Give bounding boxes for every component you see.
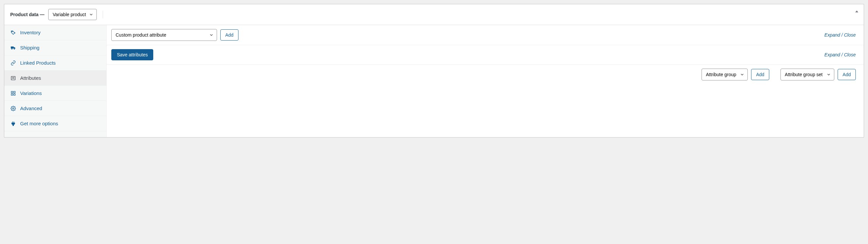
sidebar-item-shipping[interactable]: Shipping: [4, 40, 106, 56]
svg-point-12: [12, 108, 14, 109]
save-attributes-button[interactable]: Save attributes: [111, 49, 153, 60]
content-area: Custom product attribute Add Expand / Cl…: [107, 25, 864, 137]
attribute-type-select[interactable]: Custom product attribute: [111, 29, 217, 41]
sidebar-item-variations[interactable]: Variations: [4, 86, 106, 101]
plug-icon: [10, 121, 16, 126]
truck-icon: [10, 45, 16, 50]
sidebar-item-label: Attributes: [20, 75, 41, 81]
collapse-toggle-icon[interactable]: [855, 9, 859, 13]
sidebar-item-label: Get more options: [20, 121, 58, 126]
sidebar-item-label: Shipping: [20, 45, 39, 50]
expand-link[interactable]: Expand: [825, 52, 840, 57]
expand-close-links: Expand / Close: [825, 52, 856, 57]
svg-rect-8: [11, 91, 13, 93]
close-link[interactable]: Close: [844, 32, 856, 38]
sidebar-item-label: Advanced: [20, 106, 42, 111]
panel-header: Product data — Variable product: [4, 4, 864, 25]
svg-rect-10: [11, 94, 13, 95]
link-icon: [10, 60, 16, 66]
expand-link[interactable]: Expand: [825, 32, 840, 38]
divider: [103, 10, 103, 19]
add-attribute-button[interactable]: Add: [220, 29, 239, 41]
tag-icon: [10, 30, 16, 35]
svg-point-4: [14, 48, 15, 49]
svg-marker-0: [855, 10, 858, 12]
panel-title-sep: —: [39, 12, 44, 17]
gear-icon: [10, 106, 16, 111]
svg-rect-2: [11, 46, 14, 48]
svg-point-3: [11, 48, 12, 49]
svg-rect-11: [13, 94, 15, 95]
attribute-group-row: Attribute group Add Attribute group set: [107, 65, 864, 84]
add-group-set-button[interactable]: Add: [838, 69, 856, 80]
product-type-select[interactable]: Variable product: [48, 9, 97, 20]
grid-icon: [10, 91, 16, 96]
add-group-button[interactable]: Add: [751, 69, 769, 80]
attribute-select-row: Custom product attribute Add Expand / Cl…: [107, 25, 864, 45]
sidebar-item-get-more[interactable]: Get more options: [4, 116, 106, 131]
panel-title: Product data —: [10, 12, 44, 17]
sidebar-item-label: Linked Products: [20, 60, 56, 66]
sidebar-item-label: Variations: [20, 90, 42, 96]
sidebar-item-advanced[interactable]: Advanced: [4, 101, 106, 116]
close-link[interactable]: Close: [844, 52, 856, 57]
chevron-down-icon: [826, 72, 831, 77]
sidebar-item-inventory[interactable]: Inventory: [4, 25, 106, 40]
list-icon: [10, 75, 16, 81]
sidebar-item-linked-products[interactable]: Linked Products: [4, 56, 106, 71]
sidebar-item-label: Inventory: [20, 30, 41, 35]
chevron-down-icon: [740, 72, 744, 77]
panel-title-label: Product data: [10, 12, 39, 17]
save-attributes-row: Save attributes Expand / Close: [107, 45, 864, 65]
chevron-down-icon: [209, 33, 214, 37]
sidebar-item-attributes[interactable]: Attributes: [4, 71, 106, 86]
expand-close-links: Expand / Close: [825, 32, 856, 38]
svg-point-1: [12, 31, 12, 32]
svg-rect-9: [13, 91, 15, 93]
sidebar: Inventory Shipping Linked Products Attri…: [4, 25, 107, 137]
product-data-panel: Product data — Variable product Inventor…: [4, 4, 864, 138]
